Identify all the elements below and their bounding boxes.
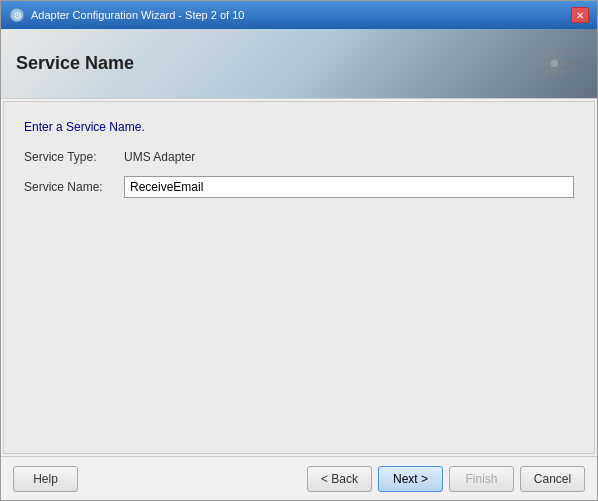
finish-button[interactable]: Finish <box>449 466 514 492</box>
app-icon: ⚙ <box>9 7 25 23</box>
close-button[interactable]: ✕ <box>571 7 589 23</box>
svg-rect-10 <box>542 68 550 76</box>
service-name-input[interactable] <box>124 176 574 198</box>
cancel-button[interactable]: Cancel <box>520 466 585 492</box>
svg-rect-6 <box>540 61 547 67</box>
svg-text:⚙: ⚙ <box>13 10 22 21</box>
svg-rect-5 <box>552 71 558 78</box>
svg-point-3 <box>551 60 558 67</box>
footer-right: < Back Next > Finish Cancel <box>307 466 585 492</box>
service-name-label: Service Name: <box>24 180 124 194</box>
back-button[interactable]: < Back <box>307 466 372 492</box>
svg-rect-9 <box>559 51 567 59</box>
title-bar-left: ⚙ Adapter Configuration Wizard - Step 2 … <box>9 7 244 23</box>
window-title: Adapter Configuration Wizard - Step 2 of… <box>31 9 244 21</box>
page-title: Service Name <box>16 53 134 74</box>
service-name-row: Service Name: <box>24 176 574 198</box>
title-bar: ⚙ Adapter Configuration Wizard - Step 2 … <box>1 1 597 29</box>
svg-rect-11 <box>559 68 567 76</box>
service-type-label: Service Type: <box>24 150 124 164</box>
footer-left: Help <box>13 466 78 492</box>
content-area: Service Name <box>1 29 597 456</box>
svg-rect-8 <box>542 51 550 59</box>
header-icon-area <box>527 36 582 91</box>
service-type-value: UMS Adapter <box>124 150 195 164</box>
gear-icon <box>527 36 582 91</box>
footer: Help < Back Next > Finish Cancel <box>1 456 597 500</box>
service-type-row: Service Type: UMS Adapter <box>24 150 574 164</box>
svg-rect-4 <box>552 49 558 56</box>
svg-rect-12 <box>566 62 581 66</box>
instruction-text: Enter a Service Name. <box>24 120 574 134</box>
header-banner: Service Name <box>1 29 597 99</box>
help-button[interactable]: Help <box>13 466 78 492</box>
next-button[interactable]: Next > <box>378 466 443 492</box>
wizard-window: ⚙ Adapter Configuration Wizard - Step 2 … <box>0 0 598 501</box>
main-content: Enter a Service Name. Service Type: UMS … <box>3 101 595 454</box>
